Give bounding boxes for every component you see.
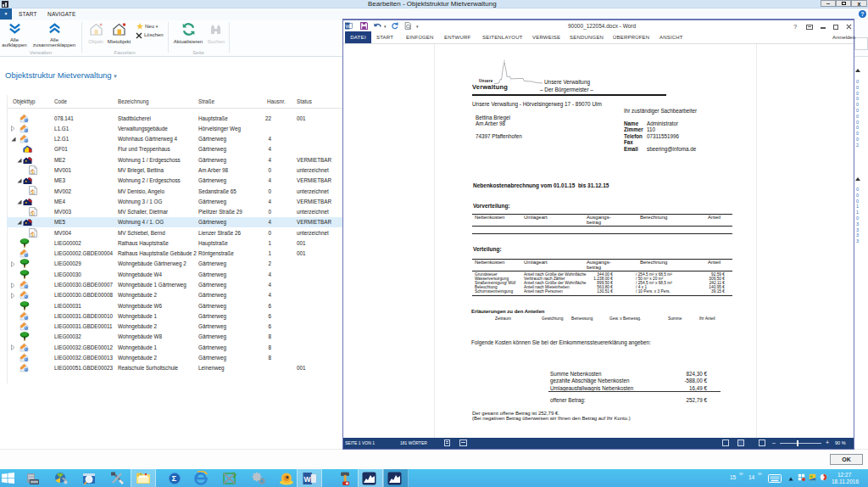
svg-text:Σ: Σ: [171, 473, 176, 483]
svg-text:W: W: [304, 475, 312, 484]
svg-text:W: W: [346, 23, 351, 29]
